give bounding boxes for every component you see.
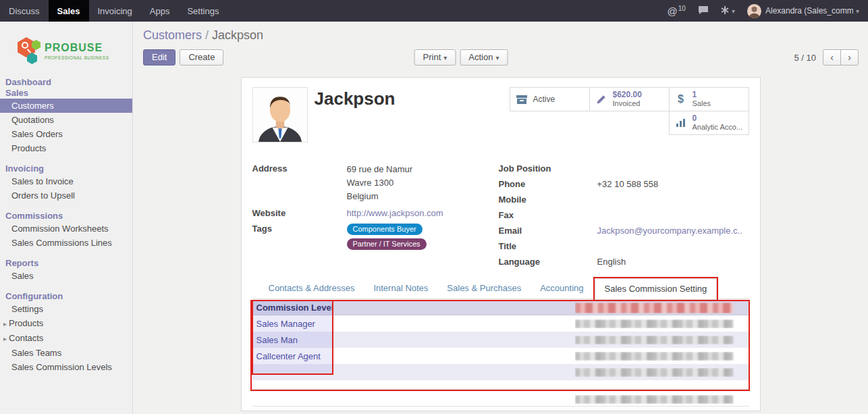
stat-buttons: Active $620.00 Invoiced $ (508, 87, 749, 134)
tab-contacts-addresses[interactable]: Contacts & Addresses (259, 278, 364, 299)
sidebar-item-sales-teams[interactable]: Sales Teams (0, 346, 132, 360)
button-row: Edit Create Print▾ Action▾ 5 / 10 ‹ › (143, 49, 859, 66)
invoiced-stat-button[interactable]: $620.00 Invoiced (589, 87, 670, 111)
commission-level-cell: Sales Man (252, 335, 575, 345)
graph-icon (673, 118, 689, 128)
table-row-callcenter-agent[interactable]: Callcenter Agent (252, 348, 749, 364)
sidebar-item-config-products[interactable]: ▸Products (0, 316, 132, 331)
tags-label: Tags (252, 223, 347, 234)
sidebar-section-invoicing[interactable]: Invoicing (0, 163, 132, 174)
tab-sales-commission-setting[interactable]: Sales Commission Setting (595, 278, 717, 300)
tags-value: Components Buyer Partner / IT Services (347, 223, 427, 253)
sidebar-section-commissions[interactable]: Commissions (0, 211, 132, 222)
sidebar-section-configuration[interactable]: Configuration (0, 291, 132, 302)
expand-arrow-icon[interactable]: ▸ (3, 320, 7, 328)
table-header-row: Commission Level (252, 301, 749, 315)
action-dropdown-button[interactable]: Action▾ (460, 49, 508, 66)
sidebar-item-products[interactable]: Products (0, 141, 132, 155)
edit-button[interactable]: Edit (143, 49, 175, 66)
record-sheet: Jackpson Active (241, 77, 761, 411)
table-row-sales-man[interactable]: Sales Man (252, 332, 749, 348)
caret-down-icon: ▾ (495, 54, 499, 61)
analytic-count-value: 0 (693, 114, 743, 123)
mentions-button[interactable]: @ 10 (661, 0, 692, 22)
sidebar-item-orders-to-upsell[interactable]: Orders to Upsell (0, 188, 132, 203)
main-menu: Discuss Sales Invoicing Apps Settings (0, 0, 227, 22)
record-name: Jackpson (315, 88, 396, 143)
analytic-count-label: Analytic Acco... (693, 123, 743, 132)
sidebar-section-dashboard[interactable]: Dashboard (0, 77, 132, 88)
control-panel: Customers/Jackpson Edit Create Print▾ Ac… (133, 22, 868, 72)
commission-table: Commission Level Sales Manager Sales Man… (252, 301, 749, 390)
sidebar-item-config-contacts[interactable]: ▸Contacts (0, 331, 132, 346)
fax-label: Fax (499, 209, 597, 221)
table-footer-row (252, 393, 749, 407)
archive-icon (514, 95, 530, 105)
redacted-cell (575, 319, 733, 328)
tab-accounting[interactable]: Accounting (531, 278, 593, 299)
sidebar-section-reports[interactable]: Reports (0, 258, 132, 269)
tab-sales-purchases[interactable]: Sales & Purchases (437, 278, 531, 299)
table-row-empty (252, 380, 749, 390)
title-label: Title (499, 240, 597, 252)
table-row-empty[interactable] (252, 364, 749, 380)
address-label: Address (252, 163, 347, 174)
redacted-cell (575, 352, 733, 361)
caret-down-icon: ▾ (732, 7, 735, 15)
pager-next-button[interactable]: › (840, 49, 859, 66)
sidebar-item-sales-commissions-lines[interactable]: Sales Commissions Lines (0, 236, 132, 250)
redacted-cell (575, 395, 733, 404)
probuse-logo: PROBUSE PROFESSIONAL BUSINESS (0, 22, 132, 77)
pencil-icon (593, 95, 609, 105)
create-button[interactable]: Create (180, 49, 223, 66)
activities-menu-button[interactable]: ▾ (715, 0, 741, 22)
website-link[interactable]: http://www.jackpson.com (347, 207, 443, 219)
user-menu[interactable]: Alexandra (Sales_comm.. ▾ (741, 0, 865, 22)
email-link[interactable]: Jackpson@yourcompany.example.c.. (597, 225, 742, 236)
breadcrumb-current: Jackpson (212, 28, 263, 42)
tag-badge: Components Buyer (347, 224, 423, 235)
asterisk-icon (721, 6, 729, 16)
pager-previous-button[interactable]: ‹ (823, 49, 841, 66)
sidebar-item-commission-worksheets[interactable]: Commission Worksheets (0, 222, 132, 236)
redacted-cell (575, 336, 733, 344)
menu-invoicing[interactable]: Invoicing (89, 0, 141, 22)
menu-sales[interactable]: Sales (49, 0, 89, 22)
topbar: Discuss Sales Invoicing Apps Settings @ … (0, 0, 868, 22)
breadcrumb-customers-link[interactable]: Customers (143, 28, 202, 42)
menu-settings[interactable]: Settings (178, 0, 227, 22)
messages-button[interactable] (692, 0, 715, 22)
analytic-accounts-stat-button[interactable]: 0 Analytic Acco... (669, 111, 749, 135)
sales-stat-button[interactable]: $ 1 Sales (669, 87, 749, 111)
caret-down-icon: ▾ (443, 54, 447, 61)
sidebar-item-quotations[interactable]: Quotations (0, 113, 132, 127)
active-label: Active (533, 95, 555, 104)
active-stat-button[interactable]: Active (510, 87, 590, 111)
tag-badge: Partner / IT Services (347, 238, 427, 250)
sidebar-item-sales-orders[interactable]: Sales Orders (0, 127, 132, 141)
menu-apps[interactable]: Apps (141, 0, 179, 22)
table-row-sales-manager[interactable]: Sales Manager (252, 315, 749, 332)
sidebar-item-customers[interactable]: Customers (0, 99, 132, 113)
address-value: 69 rue de Namur Wavre 1300 Belgium (347, 163, 413, 203)
sidebar-item-sales-commission-levels[interactable]: Sales Commission Levels (0, 360, 132, 374)
breadcrumb-separator: / (205, 28, 209, 42)
menu-discuss[interactable]: Discuss (0, 0, 49, 22)
sidebar-item-sales-to-invoice[interactable]: Sales to Invoice (0, 174, 132, 188)
sidebar-item-reports-sales[interactable]: Sales (0, 269, 132, 283)
mobile-label: Mobile (499, 194, 597, 205)
expand-arrow-icon[interactable]: ▸ (3, 335, 7, 342)
invoiced-label: Invoiced (613, 99, 642, 108)
sidebar-item-label: Products (9, 318, 43, 328)
sheet-header: Jackpson Active (252, 87, 749, 143)
tab-internal-notes[interactable]: Internal Notes (364, 278, 437, 299)
website-label: Website (252, 207, 347, 219)
print-dropdown-button[interactable]: Print▾ (414, 49, 456, 66)
sidebar-item-settings[interactable]: Settings (0, 302, 132, 316)
probuse-logo-icon (18, 36, 42, 65)
field-grid: Address 69 rue de Namur Wavre 1300 Belgi… (252, 163, 749, 271)
form-area: Jackpson Active (133, 72, 868, 414)
redacted-cell (575, 368, 733, 377)
column-header-commission-level[interactable]: Commission Level (252, 303, 575, 313)
sidebar-section-sales[interactable]: Sales (0, 88, 132, 99)
